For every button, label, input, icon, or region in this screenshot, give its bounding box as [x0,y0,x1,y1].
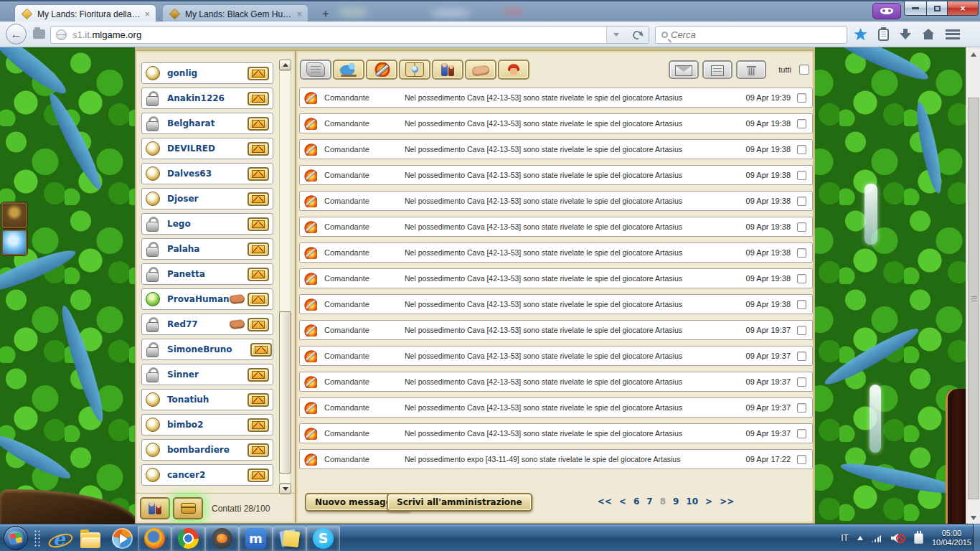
start-button[interactable] [4,526,28,550]
contact-row[interactable]: Anakin1226 [141,88,273,109]
message-checkbox[interactable] [797,197,806,206]
write-admin-button[interactable]: Scrivi all'amministrazione [387,493,532,512]
map-building-icon[interactable] [1,202,27,228]
message-checkbox[interactable] [797,274,806,283]
contact-row[interactable]: Red77 [141,314,273,335]
contact-row[interactable]: SimoneBruno [141,339,273,360]
search-bar[interactable] [655,26,847,44]
send-message-button[interactable] [248,318,269,331]
contact-row[interactable]: Sinner [141,364,273,385]
tab-close-icon[interactable]: × [144,9,150,19]
tray-icon[interactable] [857,536,863,540]
tab-close-icon[interactable]: × [296,9,302,19]
page-link[interactable]: 10 [686,496,698,507]
mail-action-button[interactable] [702,60,732,79]
message-filter-button[interactable] [465,60,496,80]
message-row[interactable]: Comandante Nel possedimento Cava [42-13-… [299,139,813,159]
contact-row[interactable]: DEVILRED [141,138,273,159]
scroll-down-button[interactable] [966,512,980,524]
restore-button[interactable] [926,1,948,16]
send-message-button[interactable] [248,167,269,181]
message-row[interactable]: Comandante Nel possedimento Cava [42-13-… [299,346,813,366]
browser-scrollbar[interactable] [966,47,980,524]
message-filter-button[interactable] [366,60,397,80]
tray-icon[interactable] [891,534,905,543]
mail-action-button[interactable] [669,60,699,79]
send-message-button[interactable] [248,293,269,306]
message-row[interactable]: Comandante Nel possedimento Cava [42-13-… [299,397,813,418]
message-row[interactable]: Comandante Nel possedimento Cava [42-13-… [299,372,813,392]
session-icon[interactable] [33,29,45,39]
message-checkbox[interactable] [797,222,806,232]
tab-my-lands-fioritura[interactable]: My Lands: Fioritura della Ci... × [14,4,156,23]
nav-icon[interactable] [922,29,935,40]
message-row[interactable]: Comandante Nel possedimento Cava [42-13-… [299,320,813,340]
minimize-button[interactable] [904,1,927,16]
send-message-button[interactable] [248,142,269,156]
contact-row[interactable]: Palaha [141,238,273,260]
message-checkbox[interactable] [797,119,806,128]
taskbar-app-button[interactable] [273,526,306,551]
page-link[interactable]: >> [720,496,734,507]
contact-row[interactable]: Belgharat [141,113,273,134]
message-row[interactable]: Comandante Nel possedimento Cava [42-13-… [299,191,813,211]
new-tab-button[interactable]: + [316,7,336,20]
send-message-button[interactable] [248,192,269,206]
message-checkbox[interactable] [797,377,806,387]
addon-mask-button[interactable] [872,3,901,19]
page-link[interactable]: 6 [633,496,639,507]
close-button[interactable]: × [947,1,979,16]
page-link[interactable]: << [598,496,612,507]
send-message-button[interactable] [248,443,269,457]
message-checkbox[interactable] [797,171,806,180]
taskbar-app-button[interactable] [205,526,239,551]
tray-icon[interactable] [872,534,882,542]
message-row[interactable]: Comandante Nel possedimento Cava [42-13-… [299,113,813,133]
contact-row[interactable]: Lego [141,213,273,235]
message-checkbox[interactable] [797,429,806,438]
page-link[interactable]: 7 [646,496,652,507]
send-message-button[interactable] [248,92,269,105]
contact-row[interactable]: ProvaHuman [141,288,273,310]
chest-button[interactable] [173,497,203,519]
send-message-button[interactable] [248,418,269,432]
reload-icon[interactable] [631,29,643,41]
contact-row[interactable]: Panetta [141,263,273,285]
send-message-button[interactable] [248,468,269,482]
message-row[interactable]: Comandante Nel possedimento Cava [42-13-… [299,88,813,108]
select-all-checkbox[interactable] [799,65,809,75]
taskbar-app-button[interactable] [239,526,273,551]
show-desktop-button[interactable] [973,524,980,551]
contact-row[interactable]: Tonatiuh [141,389,273,410]
contact-row[interactable]: bombardiere [141,439,273,461]
taskbar-app-button[interactable] [106,526,138,551]
scroll-up-button[interactable] [279,60,291,70]
message-filter-button[interactable] [399,60,430,80]
send-message-button[interactable] [248,117,269,131]
message-checkbox[interactable] [797,248,806,258]
message-row[interactable]: Comandante Nel possedimento Cava [42-13-… [299,268,813,288]
message-checkbox[interactable] [797,455,806,464]
tray-icon[interactable] [914,533,923,544]
map-orb-icon[interactable] [1,230,27,255]
message-checkbox[interactable] [797,403,806,413]
taskbar-app-button[interactable] [138,526,171,551]
send-message-button[interactable] [250,343,272,357]
send-message-button[interactable] [248,242,269,256]
taskbar-app-button[interactable] [171,526,205,551]
page-link[interactable]: 9 [673,496,679,507]
contacts-scrollbar[interactable] [279,60,291,494]
url-dropdown-icon[interactable] [613,33,619,37]
taskbar-app-button[interactable] [306,526,340,551]
page-link[interactable]: < [619,496,626,507]
contact-row[interactable]: Djoser [141,188,273,209]
send-message-button[interactable] [248,368,269,382]
message-row[interactable]: Comandante Nel possedimento Cava [42-13-… [299,423,813,443]
taskbar-clock[interactable]: 05:00 10/04/2015 [932,529,971,547]
back-button[interactable]: ← [6,24,27,44]
send-message-button[interactable] [248,393,269,407]
message-checkbox[interactable] [797,93,806,103]
search-input[interactable] [671,29,847,40]
contact-row[interactable]: Dalves63 [141,163,273,184]
nav-icon[interactable] [878,29,889,41]
